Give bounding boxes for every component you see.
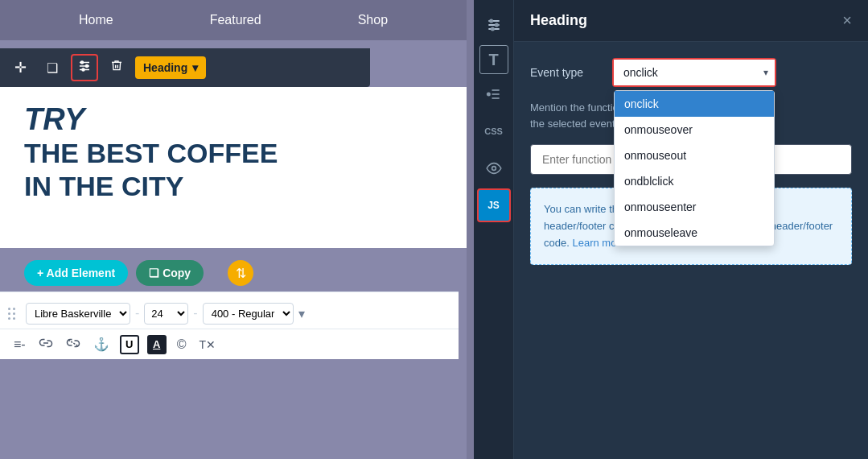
text-t-icon: T xyxy=(488,51,498,69)
link-icon[interactable] xyxy=(36,335,56,354)
panel-content: Heading × Event type onclick onmouseover… xyxy=(514,0,868,459)
nav-featured[interactable]: Featured xyxy=(210,13,261,27)
coffee-line3: IN THE CITY xyxy=(24,170,442,203)
svg-point-4 xyxy=(86,65,88,68)
nav-home[interactable]: Home xyxy=(79,13,113,27)
dropdown-arrow-icon: ▾ xyxy=(192,61,198,74)
expand-button[interactable]: ⇅ xyxy=(228,260,253,286)
font-family-select[interactable]: Libre Baskerville xyxy=(26,303,130,325)
element-toolbar: ✛ ❑ xyxy=(0,48,370,87)
add-element-label: + Add Element xyxy=(37,267,115,279)
dropdown-option-ondblclick[interactable]: ondblclick xyxy=(615,168,774,194)
svg-point-12 xyxy=(495,23,497,26)
nav-shop[interactable]: Shop xyxy=(358,13,388,27)
nav-bar: Home Featured Shop xyxy=(0,0,467,40)
font-size-select[interactable]: 24 xyxy=(144,303,188,325)
clear-format-icon[interactable]: T✕ xyxy=(196,336,218,354)
event-type-label: Event type xyxy=(530,66,603,79)
rail-list-icon[interactable] xyxy=(477,77,511,111)
duplicate-button[interactable]: ❑ xyxy=(39,54,66,81)
icon-rail: T CSS JS xyxy=(474,0,514,459)
panel-body: Event type onclick onmouseover onmouseou… xyxy=(514,42,868,281)
move-icon: ✛ xyxy=(14,59,27,76)
font-separator: - xyxy=(135,306,139,320)
font-weight-select[interactable]: 400 - Regular xyxy=(203,303,294,325)
add-element-button[interactable]: + Add Element xyxy=(24,260,128,286)
event-type-select[interactable]: onclick onmouseover onmouseout ondblclic… xyxy=(614,60,775,85)
delete-icon xyxy=(110,59,123,76)
rail-text-icon[interactable]: T xyxy=(479,45,508,74)
css-text-icon: CSS xyxy=(484,126,503,136)
heading-label: Heading xyxy=(143,61,187,74)
copyright-icon[interactable]: © xyxy=(175,335,189,354)
panel-title: Heading xyxy=(530,12,587,29)
rail-eye-icon[interactable] xyxy=(477,151,511,185)
dropdown-option-onmouseout[interactable]: onmouseout xyxy=(615,143,774,168)
font-size-arrow: ▾ xyxy=(298,306,305,321)
align-icon[interactable]: ≡- xyxy=(11,335,28,354)
event-select-wrapper: onclick onmouseover onmouseout ondblclic… xyxy=(612,58,776,87)
page-background: Home Featured Shop ✛ ❑ xyxy=(0,0,467,459)
copy-label: Copy xyxy=(162,267,191,279)
rail-settings-icon[interactable] xyxy=(477,8,511,42)
heading-dropdown[interactable]: Heading ▾ xyxy=(135,56,206,79)
unlink-icon[interactable] xyxy=(64,335,83,354)
rail-js-icon[interactable]: JS xyxy=(477,188,511,222)
anchor-icon[interactable]: ⚓ xyxy=(91,334,112,354)
dropdown-option-onmouseleave[interactable]: onmouseleave xyxy=(615,220,774,246)
svg-point-18 xyxy=(492,167,496,171)
coffee-line2: THE BEST COFFEE xyxy=(24,137,442,170)
dropdown-option-onmouseenter[interactable]: onmouseenter xyxy=(615,194,774,220)
coffee-line1: TRY xyxy=(24,103,442,137)
event-type-row: Event type onclick onmouseover onmouseou… xyxy=(530,58,852,87)
svg-point-11 xyxy=(490,19,492,22)
rail-css-icon[interactable]: CSS xyxy=(477,114,511,148)
copy-button[interactable]: ❏ Copy xyxy=(136,260,204,286)
expand-icon: ⇅ xyxy=(236,266,246,281)
js-text-icon: JS xyxy=(487,200,500,211)
svg-point-3 xyxy=(81,61,84,64)
underline-button[interactable]: U xyxy=(120,335,139,354)
duplicate-icon: ❑ xyxy=(47,60,58,76)
settings-icon xyxy=(77,59,92,76)
close-panel-button[interactable]: × xyxy=(842,11,852,30)
event-dropdown-options: onclick onmouseover onmouseout ondblclic… xyxy=(614,90,775,246)
copy-icon: ❏ xyxy=(149,267,159,279)
content-area: TRY THE BEST COFFEE IN THE CITY xyxy=(0,87,467,248)
dropdown-option-onmouseover[interactable]: onmouseover xyxy=(615,117,774,143)
right-panel: T CSS JS Heading × xyxy=(474,0,868,459)
settings-button[interactable] xyxy=(71,54,98,81)
svg-point-13 xyxy=(491,27,493,30)
delete-button[interactable] xyxy=(103,54,130,81)
dropdown-option-onclick[interactable]: onclick xyxy=(615,91,774,117)
format-bar: ≡- ⚓ U A © T✕ xyxy=(0,329,459,359)
move-button[interactable]: ✛ xyxy=(6,54,34,81)
svg-point-17 xyxy=(487,93,489,95)
font-color-button[interactable]: A xyxy=(147,335,167,354)
drag-handle[interactable] xyxy=(8,297,18,329)
action-bar: + Add Element ❏ Copy ⇅ xyxy=(0,254,278,292)
font-separator2: - xyxy=(193,306,197,320)
svg-point-5 xyxy=(82,68,84,71)
panel-header: Heading × xyxy=(514,0,868,42)
